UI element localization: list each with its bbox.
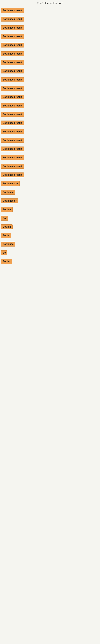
page-wrapper: TheBottlenecker.com Bottleneck resultBot…	[0, 0, 100, 266]
bottleneck-badge[interactable]: Bottleneck result	[1, 172, 24, 177]
bottleneck-row: Bottleneck result	[1, 6, 99, 15]
bottleneck-badge[interactable]: Bottleneck result	[1, 103, 24, 108]
bottleneck-row: Bottleneck result	[1, 58, 99, 66]
bottleneck-row: Bottleneck result	[1, 32, 99, 41]
bottleneck-row: Bottleneck result	[1, 127, 99, 136]
bottleneck-row: Bottleneck result	[1, 15, 99, 23]
bottleneck-badge[interactable]: Bottleneck result	[1, 43, 24, 48]
bottleneck-row: Bottleneck result	[1, 41, 99, 49]
bottleneck-badge[interactable]: Bottleneck r	[1, 198, 18, 203]
bottleneck-badge[interactable]: Bottleneck result	[1, 146, 24, 151]
bottleneck-badge[interactable]: Bottle	[1, 233, 11, 238]
bottleneck-row: Bottleneck result	[1, 66, 99, 75]
bottleneck-badge[interactable]: Bottlenec	[1, 190, 15, 194]
bottleneck-badge[interactable]: Bottleneck result	[1, 155, 24, 160]
items-container: Bottleneck resultBottleneck resultBottle…	[0, 6, 100, 266]
bottleneck-row: Bot	[1, 214, 99, 222]
bottleneck-badge[interactable]: Bottlen	[1, 224, 13, 229]
bottleneck-row: Bottleneck result	[1, 49, 99, 58]
bottleneck-badge[interactable]: Bottleneck result	[1, 112, 24, 117]
bottleneck-row: Bottleneck result	[1, 153, 99, 162]
bottleneck-row: Bottleneck result	[1, 144, 99, 153]
bottleneck-badge[interactable]: Bottleneck result	[1, 17, 24, 22]
bottleneck-row: Bottleneck result	[1, 92, 99, 101]
bottleneck-badge[interactable]: Bottleneck result	[1, 34, 24, 39]
bottleneck-row: Bottleneck re	[1, 179, 99, 188]
bottleneck-badge[interactable]: Bottleneck result	[1, 120, 24, 126]
bottleneck-badge[interactable]: Bottleneck result	[1, 8, 24, 13]
bottleneck-badge[interactable]: Bottleneck result	[1, 51, 24, 56]
bottleneck-row: Bottle	[1, 231, 99, 240]
bottleneck-row: Bottleneck result	[1, 118, 99, 127]
bottleneck-badge[interactable]: Bottleneck result	[1, 60, 24, 65]
site-title: TheBottlenecker.com	[0, 0, 100, 6]
bottleneck-row: Bottlen	[1, 205, 99, 214]
bottleneck-badge[interactable]: Bot	[1, 216, 8, 220]
bottleneck-badge[interactable]: Bottleneck result	[1, 86, 24, 91]
bottleneck-badge[interactable]: Bo	[1, 250, 7, 255]
bottleneck-badge[interactable]: Bottleneck result	[1, 94, 24, 100]
bottleneck-badge[interactable]: Bottleneck result	[1, 164, 24, 169]
bottleneck-badge[interactable]: Bottleneck result	[1, 129, 24, 134]
bottleneck-row: Bottlen	[1, 222, 99, 231]
bottleneck-badge[interactable]: Bottleneck result	[1, 138, 24, 143]
bottleneck-row: Bottleneck result	[1, 170, 99, 179]
bottleneck-badge[interactable]: Bottleneck re	[1, 181, 20, 186]
bottleneck-row: Bottleneck result	[1, 101, 99, 110]
bottleneck-badge[interactable]: Bottleneck result	[1, 25, 24, 30]
bottleneck-row: Bottleneck result	[1, 162, 99, 170]
bottleneck-row: Bottleneck result	[1, 23, 99, 32]
bottleneck-row: Bottleneck r	[1, 196, 99, 205]
bottleneck-badge[interactable]: Bottlenec	[1, 242, 15, 246]
bottleneck-badge[interactable]: Bottleneck result	[1, 77, 24, 82]
bottleneck-row: Bo	[1, 248, 99, 257]
bottleneck-row: Bottlenec	[1, 240, 99, 248]
bottleneck-badge[interactable]: Bottleneck result	[1, 69, 24, 74]
bottleneck-row: Bottleneck result	[1, 84, 99, 92]
bottleneck-badge[interactable]: Bottlen	[1, 207, 13, 212]
bottleneck-row: Bottler	[1, 257, 99, 266]
bottleneck-row: Bottleneck result	[1, 136, 99, 144]
bottleneck-row: Bottleneck result	[1, 75, 99, 84]
bottleneck-row: Bottlenec	[1, 188, 99, 196]
bottleneck-badge[interactable]: Bottler	[1, 259, 12, 264]
bottleneck-row: Bottleneck result	[1, 110, 99, 118]
